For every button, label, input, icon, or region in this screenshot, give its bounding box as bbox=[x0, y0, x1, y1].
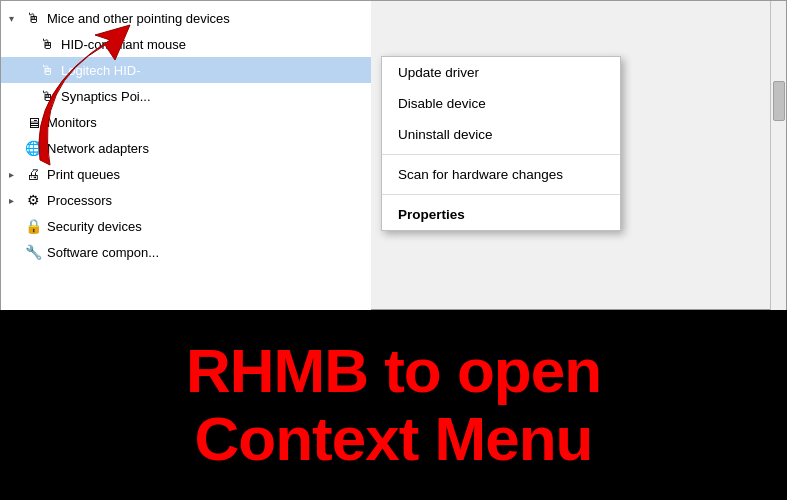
context-menu-separator-1 bbox=[382, 154, 620, 155]
bottom-line2: Context Menu bbox=[195, 404, 593, 473]
scrollbar-thumb[interactable] bbox=[773, 81, 785, 121]
chevron-processors: ▸ bbox=[9, 195, 23, 206]
chevron-print: ▸ bbox=[9, 169, 23, 180]
tree-item-processors[interactable]: ▸ ⚙ Processors bbox=[1, 187, 371, 213]
context-menu-disable-device[interactable]: Disable device bbox=[382, 88, 620, 119]
security-label: Security devices bbox=[47, 219, 142, 234]
context-menu-update-driver[interactable]: Update driver bbox=[382, 57, 620, 88]
bottom-text-area: RHMB to open Context Menu bbox=[0, 310, 787, 500]
tree-item-software[interactable]: ▸ 🔧 Software compon... bbox=[1, 239, 371, 265]
red-arrow-indicator bbox=[20, 10, 180, 170]
context-menu: Update driver Disable device Uninstall d… bbox=[381, 56, 621, 231]
scrollbar[interactable] bbox=[770, 1, 786, 311]
context-menu-uninstall-device[interactable]: Uninstall device bbox=[382, 119, 620, 150]
software-icon: 🔧 bbox=[23, 242, 43, 262]
processors-label: Processors bbox=[47, 193, 112, 208]
context-menu-separator-2 bbox=[382, 194, 620, 195]
cpu-icon: ⚙ bbox=[23, 190, 43, 210]
context-menu-scan-hardware[interactable]: Scan for hardware changes bbox=[382, 159, 620, 190]
context-menu-properties[interactable]: Properties bbox=[382, 199, 620, 230]
bottom-line1: RHMB to open bbox=[186, 336, 601, 405]
security-icon: 🔒 bbox=[23, 216, 43, 236]
arrow-svg bbox=[20, 10, 180, 170]
tree-item-security[interactable]: ▸ 🔒 Security devices bbox=[1, 213, 371, 239]
software-label: Software compon... bbox=[47, 245, 159, 260]
bottom-text-label: RHMB to open Context Menu bbox=[186, 337, 601, 473]
